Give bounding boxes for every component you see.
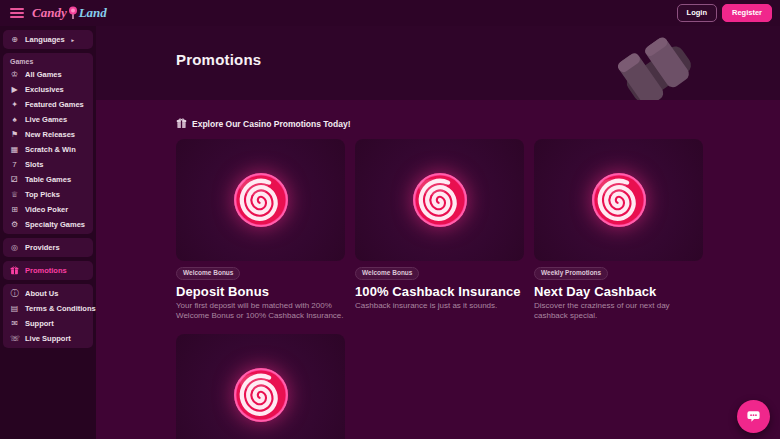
sidebar-item-terms[interactable]: ▤ Terms & Conditions	[3, 301, 93, 316]
lollipop-candy-icon	[228, 167, 294, 233]
games-panel: Games ♔ All Games ▶ Exclusives ✦ Feature…	[3, 53, 93, 234]
sidebar-item-label: Live Games	[25, 115, 67, 124]
sidebar-item-live-support[interactable]: ☏ Live Support	[3, 331, 93, 346]
sidebar-item-label: New Releases	[25, 130, 75, 139]
promo-title: Deposit Bonus	[176, 284, 345, 299]
sidebar-item-exclusives[interactable]: ▶ Exclusives	[3, 82, 93, 97]
promo-card-cashback-insurance[interactable]: Welcome Bonus 100% Cashback Insurance Ca…	[355, 139, 524, 321]
sidebar-item-new-releases[interactable]: ⚑ New Releases	[3, 127, 93, 142]
monitor-icon: ⊞	[10, 206, 19, 214]
promo-description: Discover the craziness of our next day c…	[534, 301, 703, 322]
sidebar-item-label: Specialty Games	[25, 220, 85, 229]
sidebar-item-label: Promotions	[25, 266, 67, 275]
play-icon: ▶	[10, 86, 19, 94]
logo-text-candy: Candy	[32, 5, 67, 21]
register-button[interactable]: Register	[722, 4, 772, 22]
page-title: Promotions	[176, 51, 261, 68]
login-button[interactable]: Login	[677, 4, 717, 22]
casino-app: Candy Land Login Register ⊕ Languages ▸ …	[0, 0, 780, 439]
cards-icon: ♠	[10, 116, 19, 124]
section-header: Explore Our Casino Promotions Today!	[176, 118, 780, 129]
sidebar-item-label: Top Picks	[25, 190, 60, 199]
sidebar-item-all-games[interactable]: ♔ All Games	[3, 67, 93, 82]
sidebar-item-slots[interactable]: 7 Slots	[3, 157, 93, 172]
section-title: Explore Our Casino Promotions Today!	[192, 119, 351, 129]
promo-title: Next Day Cashback	[534, 284, 703, 299]
sidebar-item-live-games[interactable]: ♠ Live Games	[3, 112, 93, 127]
promo-card-image	[534, 139, 703, 261]
promotions-panel: Promotions	[3, 261, 93, 280]
document-icon: ▤	[10, 305, 19, 313]
sidebar-item-label: Video Poker	[25, 205, 68, 214]
globe-icon: ⊕	[10, 36, 19, 44]
sidebar-item-label: Featured Games	[25, 100, 84, 109]
sidebar-item-label: Table Games	[25, 175, 71, 184]
sidebar-item-languages[interactable]: ⊕ Languages ▸	[3, 32, 93, 47]
crown-icon: ♔	[10, 71, 19, 79]
sidebar-item-label: Scratch & Win	[25, 145, 76, 154]
scratch-card-icon: ▦	[10, 146, 19, 154]
info-icon: ⓘ	[10, 290, 19, 298]
promo-description: Cashback insurance is just as it sounds.	[355, 301, 524, 311]
promo-description: Your first deposit will be matched with …	[176, 301, 345, 322]
sidebar-item-label: Support	[25, 319, 54, 328]
sidebar-item-featured-games[interactable]: ✦ Featured Games	[3, 97, 93, 112]
logo-text-land: Land	[79, 5, 107, 21]
lollipop-icon	[68, 6, 78, 20]
trophy-icon: ♕	[10, 191, 19, 199]
lollipop-candy-icon	[407, 167, 473, 233]
top-navbar: Candy Land Login Register	[0, 0, 780, 26]
sidebar-item-label: About Us	[25, 289, 58, 298]
sidebar-item-providers[interactable]: ◎ Providers	[3, 240, 93, 255]
promo-cards-grid: Welcome Bonus Deposit Bonus Your first d…	[176, 139, 704, 439]
providers-panel: ◎ Providers	[3, 238, 93, 257]
hamburger-menu-icon[interactable]	[10, 8, 24, 18]
promo-badge: Welcome Bonus	[355, 267, 419, 280]
promo-card-next-day-cashback[interactable]: Weekly Promotions Next Day Cashback Disc…	[534, 139, 703, 321]
live-chat-button[interactable]	[737, 400, 770, 433]
sidebar-item-label: Terms & Conditions	[25, 304, 96, 313]
envelope-icon: ✉	[10, 320, 19, 328]
sidebar-item-label: Live Support	[25, 334, 71, 343]
flag-icon: ⚑	[10, 131, 19, 139]
promo-card-image	[355, 139, 524, 261]
sparkle-icon: ✦	[10, 101, 19, 109]
info-panel: ⓘ About Us ▤ Terms & Conditions ✉ Suppor…	[3, 284, 93, 348]
sidebar-item-promotions[interactable]: Promotions	[3, 263, 93, 278]
gear-icon: ⚙	[10, 221, 19, 229]
promo-badge: Weekly Promotions	[534, 267, 608, 280]
promo-card-deposit-bonus[interactable]: Welcome Bonus Deposit Bonus Your first d…	[176, 139, 345, 321]
gift-icon	[10, 266, 19, 275]
providers-icon: ◎	[10, 244, 19, 252]
sidebar-item-label: Languages	[25, 35, 65, 44]
sidebar-item-scratch-win[interactable]: ▦ Scratch & Win	[3, 142, 93, 157]
gift-icon	[176, 118, 187, 129]
sidebar-item-label: Exclusives	[25, 85, 64, 94]
chat-icon: ☏	[10, 335, 19, 343]
promo-card-image	[176, 139, 345, 261]
promotions-content: Explore Our Casino Promotions Today! Wel…	[96, 100, 780, 439]
chevron-right-icon: ▸	[72, 37, 75, 43]
promotions-hero-banner: Promotions	[96, 26, 780, 100]
sidebar-item-about-us[interactable]: ⓘ About Us	[3, 286, 93, 301]
sidebar-item-top-picks[interactable]: ♕ Top Picks	[3, 187, 93, 202]
sidebar-item-table-games[interactable]: ⚂ Table Games	[3, 172, 93, 187]
auth-buttons: Login Register	[677, 4, 772, 22]
chat-bubble-icon	[746, 409, 761, 424]
sidebar-nav: ⊕ Languages ▸ Games ♔ All Games ▶ Exclus…	[0, 26, 96, 439]
lucky-seven-icon: 7	[10, 161, 19, 169]
lollipop-candy-icon	[586, 167, 652, 233]
site-logo[interactable]: Candy Land	[32, 5, 107, 21]
sidebar-item-label: All Games	[25, 70, 62, 79]
sidebar-item-specialty-games[interactable]: ⚙ Specialty Games	[3, 217, 93, 232]
lollipop-candy-icon	[228, 362, 294, 428]
sidebar-item-label: Providers	[25, 243, 60, 252]
promo-title: 100% Cashback Insurance	[355, 284, 524, 299]
languages-panel: ⊕ Languages ▸	[3, 30, 93, 49]
dice-icon: ⚂	[10, 176, 19, 184]
promo-card-image	[176, 334, 345, 439]
games-section-title: Games	[3, 55, 93, 67]
sidebar-item-support[interactable]: ✉ Support	[3, 316, 93, 331]
promo-card-partial[interactable]	[176, 334, 345, 439]
sidebar-item-video-poker[interactable]: ⊞ Video Poker	[3, 202, 93, 217]
